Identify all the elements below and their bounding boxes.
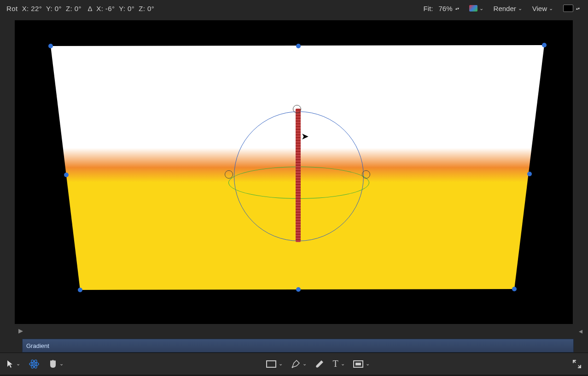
canvas-viewport[interactable]: ➤ bbox=[0, 17, 588, 325]
chevron-down-icon: ⌄ bbox=[59, 361, 64, 367]
selection-handle-left[interactable] bbox=[64, 173, 69, 177]
background-swatch-icon bbox=[563, 5, 573, 12]
select-tool[interactable]: ⌄ bbox=[6, 360, 20, 368]
gizmo-anchor-left[interactable] bbox=[225, 170, 233, 179]
chevron-down-icon: ⌄ bbox=[341, 361, 345, 367]
clip-gradient[interactable]: Gradient bbox=[22, 339, 574, 353]
chevron-down-icon: ⌄ bbox=[549, 6, 553, 12]
gizmo-anchor-top[interactable] bbox=[293, 105, 301, 113]
mini-timeline[interactable]: ▸ ◂ bbox=[0, 325, 588, 339]
stepper-icon: ▴▾ bbox=[576, 7, 580, 10]
pen-tool[interactable]: ⌄ bbox=[291, 359, 307, 369]
expand-icon bbox=[572, 359, 582, 369]
selection-handle-tr[interactable] bbox=[542, 43, 547, 47]
render-dropdown[interactable]: Render ⌄ bbox=[492, 4, 524, 13]
gizmo-anchor-right[interactable] bbox=[362, 170, 370, 179]
chevron-down-icon: ⌄ bbox=[518, 6, 522, 12]
selection-handle-br[interactable] bbox=[512, 287, 517, 291]
pen-icon bbox=[291, 359, 300, 369]
rectangle-icon bbox=[266, 360, 276, 368]
svg-point-4 bbox=[33, 363, 35, 365]
timeline-track[interactable]: Gradient bbox=[0, 339, 588, 353]
clip-label: Gradient bbox=[26, 342, 49, 349]
chevron-down-icon: ⌄ bbox=[303, 361, 307, 367]
brush-tool[interactable] bbox=[315, 359, 324, 369]
color-chip-icon bbox=[469, 5, 477, 12]
atom-icon bbox=[29, 359, 40, 370]
selection-handle-bottom[interactable] bbox=[296, 287, 301, 292]
selection-handle-top[interactable] bbox=[296, 44, 301, 48]
canvas-black-frame: ➤ bbox=[15, 20, 573, 324]
pointer-icon bbox=[6, 360, 14, 368]
chevron-down-icon: ⌄ bbox=[366, 361, 370, 367]
3d-transform-tool[interactable] bbox=[29, 359, 40, 370]
text-tool[interactable]: T ⌄ bbox=[332, 359, 344, 369]
mask-icon bbox=[353, 360, 363, 368]
chevron-down-icon: ⌄ bbox=[479, 6, 483, 12]
rectangle-tool[interactable]: ⌄ bbox=[266, 360, 283, 368]
in-point-marker-icon[interactable]: ▸ bbox=[18, 325, 23, 336]
canvas-toolbar: ⌄ ⌄ ⌄ ⌄ T ⌄ ⌄ bbox=[0, 353, 588, 375]
hand-icon bbox=[48, 359, 57, 369]
selection-handle-bl[interactable] bbox=[78, 288, 82, 292]
view-dropdown[interactable]: View ⌄ bbox=[530, 4, 555, 13]
pan-tool[interactable]: ⌄ bbox=[48, 359, 64, 369]
viewer-top-bar: Rot X: 22° Y: 0° Z: 0° Δ X: -6° Y: 0° Z:… bbox=[0, 0, 588, 17]
stepper-icon: ▴▾ bbox=[455, 7, 459, 10]
fit-zoom-dropdown[interactable]: Fit: 76% ▴▾ bbox=[422, 4, 461, 13]
mask-tool[interactable]: ⌄ bbox=[353, 360, 370, 368]
mouse-cursor-icon: ➤ bbox=[301, 131, 309, 142]
svg-point-6 bbox=[292, 366, 293, 368]
selection-handle-tl[interactable] bbox=[48, 44, 53, 48]
background-dropdown[interactable]: ▴▾ bbox=[561, 4, 582, 13]
brush-icon bbox=[315, 359, 324, 369]
rotation-gizmo-3d[interactable]: ➤ bbox=[234, 111, 363, 240]
svg-rect-8 bbox=[355, 363, 361, 365]
svg-rect-5 bbox=[267, 361, 276, 367]
rotation-ring-x-active[interactable] bbox=[296, 109, 301, 242]
rotation-readout: Rot X: 22° Y: 0° Z: 0° Δ X: -6° Y: 0° Z:… bbox=[6, 5, 154, 12]
chevron-down-icon: ⌄ bbox=[16, 361, 20, 367]
track-header-gap bbox=[0, 339, 22, 353]
text-icon: T bbox=[332, 359, 338, 369]
color-channel-dropdown[interactable]: ⌄ bbox=[467, 4, 485, 12]
out-point-marker-icon[interactable]: ◂ bbox=[579, 327, 582, 336]
expand-tool[interactable] bbox=[572, 359, 582, 369]
selection-handle-right[interactable] bbox=[527, 172, 532, 176]
chevron-down-icon: ⌄ bbox=[279, 361, 283, 367]
